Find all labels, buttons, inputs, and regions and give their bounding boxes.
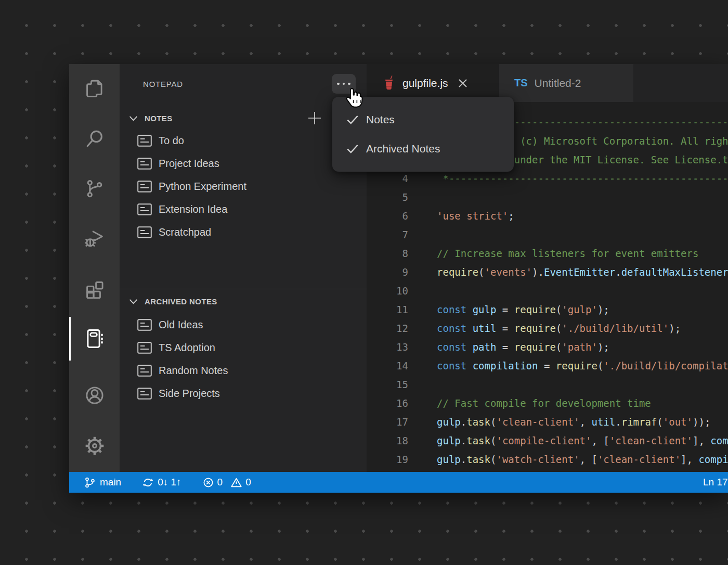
- note-item[interactable]: To do: [120, 129, 367, 152]
- menu-item-label: Archived Notes: [366, 143, 440, 155]
- activity-item-extensions[interactable]: [69, 264, 120, 314]
- activity-item-run-debug[interactable]: [69, 214, 120, 264]
- note-item-label: Random Notes: [159, 365, 228, 377]
- note-icon: [137, 226, 152, 238]
- note-item-label: Scratchpad: [159, 226, 211, 238]
- status-bar: main 0↓ 1↑ 0 0 Ln 17: [69, 472, 728, 493]
- note-item[interactable]: Old Ideas: [120, 313, 367, 336]
- note-item-label: Extension Idea: [159, 203, 227, 215]
- error-count: 0: [217, 477, 223, 488]
- tab-label: Untitled-2: [535, 77, 581, 89]
- activity-item-source-control[interactable]: [69, 164, 120, 214]
- sidebar-title: NOTEPAD: [143, 80, 183, 88]
- note-icon: [137, 158, 152, 170]
- note-item-label: Old Ideas: [159, 319, 203, 331]
- note-item[interactable]: Extension Idea: [120, 198, 367, 221]
- gulp-file-icon: [383, 75, 395, 91]
- code-line: 7: [367, 225, 728, 244]
- ellipsis-icon: [337, 83, 340, 85]
- menu-item-notes[interactable]: Notes: [332, 105, 514, 134]
- sync-status-item[interactable]: 0↓ 1↑: [142, 477, 181, 488]
- activity-item-settings[interactable]: [69, 421, 120, 471]
- branch-status-item[interactable]: main: [85, 477, 121, 489]
- notes-section-header[interactable]: NOTES: [120, 109, 367, 127]
- account-icon: [84, 384, 106, 406]
- code-line: 14const compilation = require('./build/l…: [367, 356, 728, 375]
- note-icon: [137, 203, 152, 215]
- activity-item-search[interactable]: [69, 114, 120, 164]
- warning-icon: [231, 477, 242, 488]
- tab-label: gulpfile.js: [402, 77, 448, 89]
- section-divider: [120, 289, 367, 289]
- code-line: 11const gulp = require('gulp');: [367, 300, 728, 319]
- plus-icon: [307, 110, 322, 126]
- note-icon: [137, 181, 152, 192]
- close-tab-button[interactable]: [457, 78, 469, 89]
- activity-bar: [69, 64, 120, 472]
- extensions-icon: [84, 278, 106, 300]
- activity-item-explorer[interactable]: [69, 64, 120, 114]
- code-line: 8// Increase max listeners for event emi…: [367, 244, 728, 263]
- typescript-icon: TS: [514, 77, 528, 89]
- chevron-down-icon: [129, 299, 138, 304]
- archived-notes-section-header[interactable]: ARCHIVED NOTES: [120, 292, 367, 311]
- add-note-button[interactable]: [307, 110, 322, 126]
- warning-count: 0: [245, 477, 251, 488]
- desktop: { "desktop": {"background": "#222222", "…: [0, 0, 728, 565]
- source-control-icon: [84, 178, 105, 200]
- run-and-debug-icon: [84, 228, 106, 250]
- note-item[interactable]: TS Adoption: [120, 336, 367, 359]
- note-item-label: To do: [159, 135, 184, 147]
- search-icon: [84, 128, 105, 150]
- note-icon: [137, 365, 152, 377]
- note-item-label: TS Adoption: [159, 342, 215, 354]
- note-item[interactable]: Side Projects: [120, 382, 367, 405]
- cursor-position-item[interactable]: Ln 17: [703, 472, 728, 493]
- note-item[interactable]: Project Ideas: [120, 152, 367, 175]
- note-item-label: Side Projects: [159, 388, 220, 400]
- code-line: 19gulp.task('watch-client', ['clean-clie…: [367, 450, 728, 469]
- notes-list: To do Project Ideas Python Experiment: [120, 129, 367, 243]
- note-icon: [137, 319, 152, 331]
- sidebar: NOTEPAD NOTES To do: [120, 64, 367, 472]
- notes-section-label: NOTES: [145, 114, 173, 123]
- sync-icon: [142, 477, 153, 488]
- code-line: 13const path = require('path');: [367, 338, 728, 356]
- more-actions-button[interactable]: [332, 74, 356, 94]
- archived-notes-section-label: ARCHIVED NOTES: [145, 297, 217, 306]
- sync-counts: 0↓ 1↑: [158, 477, 181, 488]
- code-line: 5: [367, 188, 728, 207]
- note-icon: [137, 135, 152, 147]
- note-item[interactable]: Scratchpad: [120, 221, 367, 243]
- branch-name: main: [100, 477, 121, 488]
- note-item-label: Project Ideas: [159, 158, 219, 170]
- note-item-label: Python Experiment: [159, 181, 246, 192]
- note-item[interactable]: Random Notes: [120, 359, 367, 382]
- archived-notes-list: Old Ideas TS Adoption Random Notes: [120, 313, 367, 405]
- activity-item-accounts[interactable]: [69, 370, 120, 420]
- notepad-icon: [84, 328, 105, 350]
- git-branch-icon: [85, 477, 95, 489]
- code-line: 18gulp.task('compile-client', ['clean-cl…: [367, 431, 728, 450]
- check-icon: [346, 144, 359, 153]
- code-line: 4 *-------------------------------------…: [367, 169, 728, 188]
- menu-item-label: Notes: [366, 113, 395, 126]
- code-line: 6'use strict';: [367, 207, 728, 225]
- activity-item-notepad[interactable]: [69, 314, 120, 364]
- code-line: 16// Fast compile for development time: [367, 394, 728, 413]
- code-line: 17gulp.task('clean-client', util.rimraf(…: [367, 413, 728, 431]
- files-icon: [84, 78, 105, 100]
- problems-status-item[interactable]: 0 0: [203, 477, 251, 488]
- menu-item-archived-notes[interactable]: Archived Notes: [332, 134, 514, 163]
- views-context-menu: Notes Archived Notes: [332, 97, 514, 172]
- close-icon: [458, 79, 467, 88]
- note-item[interactable]: Python Experiment: [120, 175, 367, 198]
- error-icon: [203, 477, 214, 488]
- note-icon: [137, 342, 152, 354]
- code-line: 12const util = require('./build/lib/util…: [367, 319, 728, 338]
- gear-icon: [84, 435, 105, 456]
- note-icon: [137, 388, 152, 400]
- code-line: 9require('events').EventEmitter.defaultM…: [367, 263, 728, 281]
- tab-untitled-2[interactable]: TS Untitled-2: [498, 64, 633, 102]
- chevron-down-icon: [129, 115, 138, 121]
